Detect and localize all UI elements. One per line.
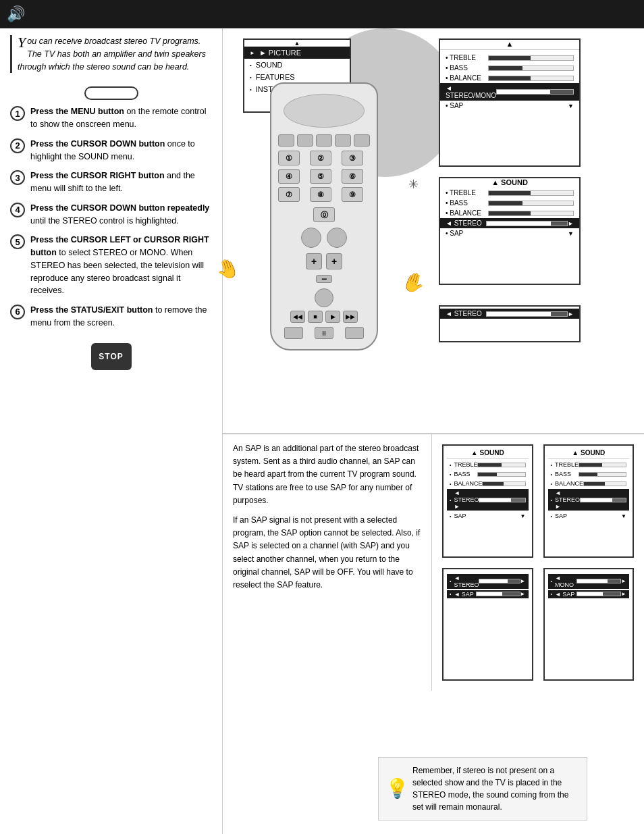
bottom-right-btn[interactable] — [345, 327, 364, 339]
num-3-btn[interactable]: ③ — [342, 151, 363, 165]
ffwd-btn[interactable]: ▶▶ — [343, 311, 358, 323]
bottom-screen-3: ◄ STEREO ► ◄ SAP ► — [442, 568, 533, 681]
num-5-btn[interactable]: ⑤ — [310, 169, 331, 184]
sap-note: If an SAP signal is not present with a s… — [233, 514, 421, 592]
sound-menu-title-2: ▲ SOUND — [440, 178, 579, 186]
sap-row-2: • SAP ▼ — [440, 228, 579, 238]
tip-box: 💡 Remember, if stereo is not present on … — [378, 757, 587, 820]
cursor-left-btn[interactable] — [278, 134, 294, 147]
main-content: Y ou can receive broadcast stereo TV pro… — [0, 28, 644, 834]
right-panel: ▲ ► PICTURE SOUND FEATURES INSTALL ▼ ▲ •… — [223, 28, 644, 834]
num-7-btn[interactable]: ⑦ — [278, 187, 300, 202]
bottom-screen-2-title: ▲ SOUND — [548, 449, 630, 459]
sap-row: • SAP ▼ — [440, 101, 579, 111]
mini-sap-row-4: ◄ SAP ► — [548, 590, 630, 598]
mini-sap-row-3: ◄ SAP ► — [447, 590, 529, 598]
mini-bass: BASS — [447, 470, 529, 478]
step-num-1: 1 — [10, 106, 25, 121]
balance-row-2: • BALANCE — [440, 208, 579, 218]
mini-bass-2: BASS — [548, 470, 630, 478]
sound-menu-title: ▲ — [440, 40, 579, 50]
bottom-screen-2: ▲ SOUND TREBLE BASS BALANCE ◄ STEREO — [543, 444, 635, 558]
cursor-button-group — [278, 134, 370, 147]
vol-plus-btn[interactable]: + — [306, 253, 322, 269]
nav-center-btn[interactable] — [315, 288, 333, 307]
bottom-left-btn[interactable] — [284, 327, 303, 339]
stereo-mono-row-2: ◄ STEREO ► — [440, 218, 579, 228]
minus-cluster: − — [278, 275, 370, 283]
bottom-screen-1: ▲ SOUND TREBLE BASS BALANCE ◄ STEREO — [442, 444, 533, 558]
num-1-btn[interactable]: ① — [278, 151, 300, 165]
balance-row: • BALANCE — [440, 73, 579, 83]
play-btn[interactable]: ▶ — [325, 311, 340, 323]
mini-sap: SAP ▼ — [447, 512, 529, 520]
mini-balance: BALANCE — [447, 479, 529, 488]
mini-treble-2: TREBLE — [548, 461, 630, 469]
bottom-btn-row: ⏸ — [278, 327, 370, 339]
sound-menu-screen-2: ▲ SOUND • TREBLE • BASS • BALANCE ◄ STER… — [439, 177, 581, 285]
num-9-btn[interactable]: ⑨ — [342, 187, 363, 202]
round-btn-right[interactable] — [327, 228, 347, 248]
bottom-left-text: An SAP is an additional part of the ster… — [223, 434, 432, 691]
volume-cluster: + + — [278, 253, 370, 269]
menu-item-features: FEATURES — [244, 71, 350, 83]
mini-stereo-row-3: ◄ STEREO ► — [447, 574, 529, 589]
step-text-5: Press the CURSOR LEFT or CURSOR RIGHT bu… — [30, 234, 212, 297]
step-6: 6 Press the STATUS/EXIT button to remove… — [10, 304, 212, 330]
treble-row-2: • TREBLE — [440, 188, 579, 198]
step-5: 5 Press the CURSOR LEFT or CURSOR RIGHT … — [10, 234, 212, 297]
bottom-screen-4: ◄ MONO ► ◄ SAP ► — [543, 568, 635, 681]
stop-btn[interactable]: ■ — [308, 311, 323, 323]
num-0-btn[interactable]: ⓪ — [313, 207, 335, 222]
menu-item-picture: ► PICTURE — [244, 47, 350, 59]
step-4: 4 Press the CURSOR DOWN button repeatedl… — [10, 202, 212, 228]
sap-description: An SAP is an additional part of the ster… — [233, 442, 421, 507]
large-letter: Y — [18, 35, 26, 50]
arrow-up: ▲ — [244, 40, 350, 47]
num-6-btn[interactable]: ⑥ — [342, 169, 363, 184]
mini-balance-2: BALANCE — [548, 479, 630, 488]
round-btn-left[interactable] — [301, 228, 321, 248]
step-num-4: 4 — [10, 203, 25, 217]
cursor-extra-btn[interactable] — [316, 134, 332, 147]
cursor-extra-btn3[interactable] — [354, 134, 370, 147]
step-text-6: Press the STATUS/EXIT button to remove t… — [30, 304, 212, 330]
step-text-1: Press the MENU button on the remote cont… — [30, 105, 212, 131]
treble-row: • TREBLE — [440, 53, 579, 63]
step-num-5: 5 — [10, 234, 25, 249]
step-text-2: Press the CURSOR DOWN button once to hig… — [30, 138, 212, 163]
small-screen: ◄ STEREO ► — [439, 305, 581, 342]
bottom-pause-btn[interactable]: ⏸ — [315, 327, 333, 339]
vol-minus-btn[interactable]: − — [316, 275, 332, 283]
small-row-selected: ◄ STEREO ► — [440, 309, 579, 319]
left-panel: Y ou can receive broadcast stereo TV pro… — [0, 28, 223, 834]
number-grid: ① ② ③ ④ ⑤ ⑥ ⑦ ⑧ ⑨ — [278, 151, 370, 202]
step-3: 3 Press the CURSOR RIGHT button and the … — [10, 170, 212, 195]
sound-menu-screen: ▲ • TREBLE • BASS • BALANCE ◄ STEREO/MON… — [439, 38, 581, 167]
cursor-extra-btn2[interactable] — [335, 134, 351, 147]
remote-control: ① ② ③ ④ ⑤ ⑥ ⑦ ⑧ ⑨ ⓪ + — [236, 82, 412, 407]
num-4-btn[interactable]: ④ — [278, 169, 300, 184]
mini-treble: TREBLE — [447, 461, 529, 469]
num-2-btn[interactable]: ② — [310, 151, 331, 165]
mini-sap-2: SAP ▼ — [548, 512, 630, 520]
rewind-btn[interactable]: ◀◀ — [290, 311, 305, 323]
cursor-right-btn[interactable] — [297, 134, 313, 147]
bottom-right-screens: ▲ SOUND TREBLE BASS BALANCE ◄ STEREO — [432, 434, 644, 691]
num-8-btn[interactable]: ⑧ — [310, 187, 331, 202]
menu-item-sound: SOUND — [244, 59, 350, 71]
transport-row: ◀◀ ■ ▶ ▶▶ — [278, 311, 370, 323]
mini-sap-highlighted: ◄ STEREO ► — [548, 489, 630, 511]
stereo-mono-row-selected: ◄ STEREO/MONO — [440, 83, 579, 101]
step-2: 2 Press the CURSOR DOWN button once to h… — [10, 138, 212, 163]
step-text-4: Press the CURSOR DOWN button repeatedly … — [30, 202, 212, 228]
bass-row-2: • BASS — [440, 198, 579, 208]
step-num-3: 3 — [10, 170, 25, 185]
hand-right-icon: 🤚 — [398, 268, 428, 297]
step-num-2: 2 — [10, 138, 25, 153]
tip-text: Remember, if stereo is not present on a … — [412, 766, 568, 812]
mini-stereo-highlighted: ◄ STEREO ► — [447, 489, 529, 511]
header-bar: 🔊 — [0, 0, 644, 28]
mini-mono-row-4: ◄ MONO ► — [548, 574, 630, 589]
ch-plus-btn[interactable]: + — [326, 253, 342, 269]
